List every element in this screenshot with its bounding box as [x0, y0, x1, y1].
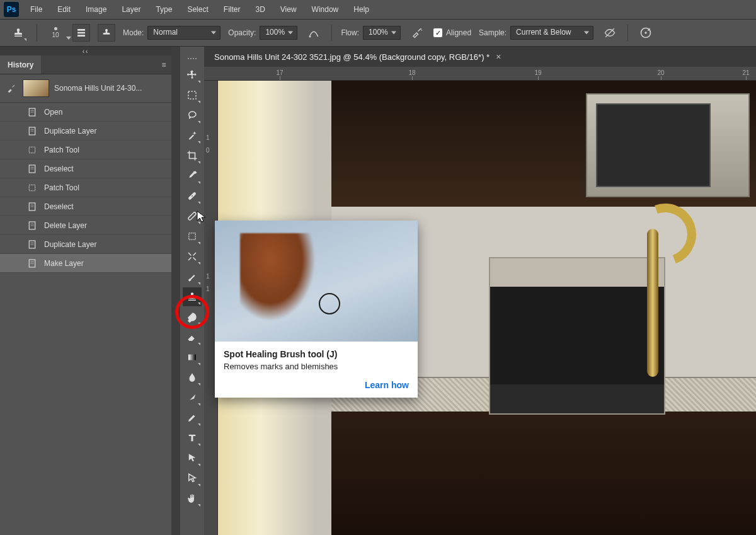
menu-select[interactable]: Select	[183, 3, 212, 16]
sample-select[interactable]: Current & Below	[510, 26, 593, 40]
history-step-label: Open	[44, 108, 62, 117]
history-step[interactable]: Make Layer	[0, 254, 171, 273]
eraser-icon	[186, 331, 198, 343]
clone-source-icon	[101, 28, 112, 38]
tool-crop[interactable]	[183, 146, 202, 165]
airbrush-toggle[interactable]	[408, 24, 426, 42]
tool-blur[interactable]	[183, 368, 202, 387]
history-step[interactable]: Patch Tool	[0, 141, 171, 159]
panel-dock-strip[interactable]	[171, 47, 180, 535]
tool-content-aware-move[interactable]	[183, 247, 202, 266]
menu-filter[interactable]: Filter	[220, 3, 244, 16]
aligned-checkbox[interactable]: ✓	[433, 28, 442, 37]
tool-pen[interactable]	[183, 408, 202, 427]
marquee-icon	[186, 89, 198, 101]
close-icon[interactable]: ×	[496, 52, 501, 62]
blend-mode-select[interactable]: Normal	[147, 26, 220, 40]
aligned-label: Aligned	[446, 28, 471, 37]
tool-path-select[interactable]	[183, 449, 202, 468]
tool-tooltip: Spot Healing Brush tool (J) Removes mark…	[215, 221, 418, 398]
current-tool-chip[interactable]	[9, 23, 28, 42]
history-step-label: Deselect	[44, 202, 74, 211]
crop-icon	[186, 150, 198, 161]
snapshot-name: Sonoma Hills Unit 24-30...	[54, 84, 142, 93]
ignore-adjustment-toggle[interactable]	[601, 24, 619, 42]
pressure-opacity-toggle[interactable]	[305, 24, 323, 42]
history-step[interactable]: Delete Layer	[0, 216, 171, 235]
ruler-horizontal[interactable]: 1718192021	[204, 67, 756, 81]
document-icon	[26, 106, 38, 118]
tooltip-learn-link[interactable]: Learn how	[215, 377, 418, 398]
toolbar-grip[interactable]	[187, 58, 197, 62]
flow-input[interactable]: 100%	[363, 26, 401, 40]
patch-icon	[186, 231, 198, 242]
tool-dodge[interactable]	[183, 388, 202, 407]
arrow-outline-icon	[186, 473, 198, 484]
tool-gradient[interactable]	[183, 348, 202, 367]
tool-move[interactable]	[183, 66, 202, 84]
ruler-tick-label: 1	[206, 273, 210, 280]
history-step[interactable]: Duplicate Layer	[0, 235, 171, 254]
history-step[interactable]: Patch Tool	[0, 178, 171, 197]
menu-3d[interactable]: 3D	[251, 3, 268, 16]
tool-spot-healing[interactable]	[183, 187, 202, 205]
patch-icon	[26, 182, 38, 193]
sample-value: Current & Below	[516, 28, 571, 37]
brush-size-preview[interactable]: 10	[46, 23, 65, 42]
opacity-value: 100%	[265, 28, 285, 37]
tooltip-description: Removes marks and blemishes	[224, 362, 409, 371]
history-step-label: Duplicate Layer	[44, 127, 96, 135]
tool-brush[interactable]	[183, 267, 202, 286]
tool-direct-select[interactable]	[183, 469, 202, 488]
opacity-input[interactable]: 100%	[260, 26, 297, 40]
document-tab[interactable]: Sonoma Hills Unit 24-302 3521.jpg @ 54.4…	[208, 47, 507, 67]
ruler-tick-label: 18	[408, 69, 415, 76]
svg-rect-34	[188, 355, 196, 360]
svg-point-2	[421, 30, 423, 32]
svg-rect-33	[189, 233, 196, 240]
dodge-icon	[186, 392, 198, 403]
panel-menu-icon[interactable]: ≡	[156, 60, 171, 69]
brush-settings-toggle[interactable]	[72, 24, 90, 42]
tool-eyedropper[interactable]	[183, 166, 202, 185]
tool-magic-wand[interactable]	[183, 126, 202, 145]
menu-window[interactable]: Window	[308, 3, 343, 16]
tool-clone-stamp[interactable]	[183, 287, 202, 306]
tool-marquee[interactable]	[183, 86, 202, 105]
pressure-size-toggle[interactable]	[637, 24, 655, 42]
history-step[interactable]: Deselect	[0, 197, 171, 216]
tool-eraser[interactable]	[183, 328, 202, 347]
panel-collapse-grip[interactable]: ‹‹	[0, 47, 171, 55]
document-title: Sonoma Hills Unit 24-302 3521.jpg @ 54.4…	[214, 52, 490, 62]
menu-view[interactable]: View	[277, 3, 301, 16]
svg-point-1	[420, 28, 421, 30]
menu-help[interactable]: Help	[350, 3, 373, 16]
menu-image[interactable]: Image	[82, 3, 110, 16]
arrow-icon	[186, 452, 198, 464]
tool-patch[interactable]	[183, 227, 202, 246]
clone-source-toggle[interactable]	[98, 24, 115, 42]
menu-type[interactable]: Type	[152, 3, 176, 16]
tool-healing-brush[interactable]	[183, 207, 202, 226]
bandaid2-icon	[186, 210, 198, 222]
document-tabstrip: Sonoma Hills Unit 24-302 3521.jpg @ 54.4…	[204, 47, 756, 67]
mode-label: Mode:	[123, 28, 144, 37]
menu-edit[interactable]: Edit	[54, 3, 74, 16]
tool-history-brush[interactable]	[183, 308, 202, 326]
type-icon	[186, 432, 198, 444]
tool-type[interactable]	[183, 429, 202, 447]
history-tab[interactable]: History	[0, 55, 41, 74]
photoshop-logo: Ps	[4, 2, 19, 17]
app-menubar: Ps File Edit Image Layer Type Select Fil…	[0, 0, 756, 19]
svg-point-5	[644, 32, 646, 33]
tool-hand[interactable]	[183, 489, 202, 508]
history-step[interactable]: Open	[0, 103, 171, 122]
menu-file[interactable]: File	[26, 3, 46, 16]
history-snapshot-row[interactable]: Sonoma Hills Unit 24-30...	[0, 74, 171, 103]
document-icon	[26, 220, 38, 231]
menu-layer[interactable]: Layer	[118, 3, 144, 16]
history-step[interactable]: Deselect	[0, 159, 171, 178]
tool-lasso[interactable]	[183, 106, 202, 125]
document-icon	[26, 201, 38, 212]
history-step[interactable]: Duplicate Layer	[0, 122, 171, 141]
